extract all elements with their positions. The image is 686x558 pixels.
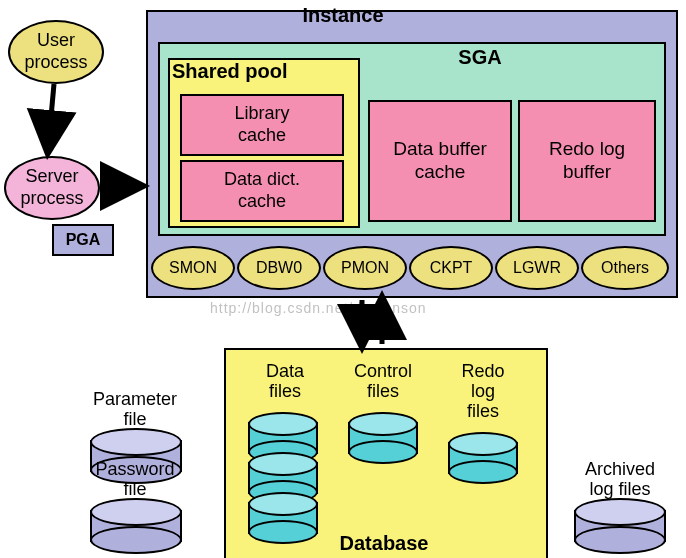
data-files-label: Datafiles <box>250 362 320 402</box>
ckpt-label: CKPT <box>430 258 473 277</box>
password-file-label: Passwordfile <box>80 460 190 500</box>
control-files-cylinder <box>348 412 418 464</box>
parameter-file-label: Parameterfile <box>80 390 190 430</box>
data-buffer-cache-box: Data buffercache <box>368 100 512 222</box>
ckpt-process: CKPT <box>409 246 493 290</box>
control-files-label: Controlfiles <box>338 362 428 402</box>
pmon-label: PMON <box>341 258 389 277</box>
redo-log-files-cylinder <box>448 432 518 484</box>
user-process: Userprocess <box>8 20 104 84</box>
sga-title: SGA <box>380 46 580 69</box>
lgwr-process: LGWR <box>495 246 579 290</box>
user-process-label: Userprocess <box>24 30 87 73</box>
data-buffer-cache-label: Data buffercache <box>393 138 487 184</box>
data-files-cylinder-3 <box>248 492 318 544</box>
pga-box: PGA <box>52 224 114 256</box>
svg-line-0 <box>48 84 54 150</box>
data-dict-cache-label: Data dict.cache <box>224 169 300 212</box>
pmon-process: PMON <box>323 246 407 290</box>
server-process-label: Serverprocess <box>20 166 83 209</box>
archived-log-files-label: Archivedlog files <box>564 460 676 500</box>
library-cache-label: Librarycache <box>234 103 289 146</box>
redo-log-files-label: Redologfiles <box>448 362 518 421</box>
watermark-text: http://blog.csdn.net/demonson <box>210 300 427 316</box>
archived-log-files-cylinder <box>574 498 666 554</box>
data-dict-cache-box: Data dict.cache <box>180 160 344 222</box>
others-label: Others <box>601 258 649 277</box>
pga-label: PGA <box>66 231 101 249</box>
dbw0-label: DBW0 <box>256 258 302 277</box>
password-file-cylinder <box>90 498 182 554</box>
server-process: Serverprocess <box>4 156 100 220</box>
others-process: Others <box>581 246 669 290</box>
redo-log-buffer-box: Redo logbuffer <box>518 100 656 222</box>
lgwr-label: LGWR <box>513 258 561 277</box>
dbw0-process: DBW0 <box>237 246 321 290</box>
instance-title: Instance <box>0 4 686 27</box>
smon-process: SMON <box>151 246 235 290</box>
library-cache-box: Librarycache <box>180 94 344 156</box>
redo-log-buffer-label: Redo logbuffer <box>549 138 625 184</box>
shared-pool-title: Shared pool <box>172 60 288 83</box>
smon-label: SMON <box>169 258 217 277</box>
